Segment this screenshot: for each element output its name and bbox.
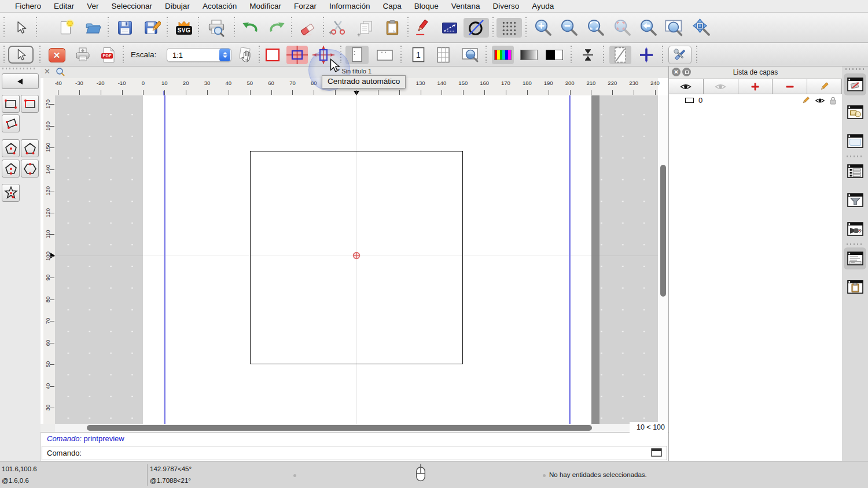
rectangle-size-tool[interactable] [21,95,39,113]
menu-fichero[interactable]: Fichero [9,0,47,13]
landscape-orientation-button[interactable] [373,46,396,64]
horizontal-scrollbar[interactable] [55,424,658,432]
zoom-auto-button[interactable] [584,18,608,38]
draft-circle-icon [467,19,486,37]
save-button[interactable] [113,18,137,38]
polygon-center-tangent-tool[interactable] [2,160,20,178]
add-layer-button[interactable] [738,79,773,94]
new-file-button[interactable] [54,18,78,38]
edit-layer-button[interactable] [807,79,842,94]
print-button[interactable] [72,46,93,64]
vertical-scrollbar[interactable] [658,95,668,424]
ruler-top-label: -10 [118,80,126,86]
hscroll-thumb[interactable] [87,425,592,431]
polygon-center-corner-tool[interactable] [2,139,20,157]
menu-información[interactable]: Información [323,0,377,13]
zoom-pan-button[interactable] [689,18,715,38]
full-color-button[interactable] [492,46,514,64]
toggle-selection-filter-button[interactable] [844,189,866,211]
pan-paper-button[interactable] [235,46,257,64]
menu-ver[interactable]: Ver [80,0,105,13]
menu-seleccionar[interactable]: Seleccionar [105,0,159,13]
export-pdf-button[interactable]: PDF [98,46,119,64]
toggle-library-browser-button[interactable] [844,130,866,152]
drawing-canvas[interactable] [55,95,658,424]
rotated-rectangle-tool[interactable] [2,114,20,132]
rectangle-2corners-tool[interactable] [2,95,20,113]
draft-preview-button[interactable] [609,46,631,64]
hide-all-layers-button[interactable] [703,79,738,94]
paper-borders-button[interactable] [262,46,283,64]
console-expand-icon[interactable] [651,448,662,457]
status-dot [543,474,546,477]
select-pointer-button[interactable] [9,18,32,38]
menu-bloque[interactable]: Bloque [408,0,445,13]
menu-editar[interactable]: Editar [47,0,80,13]
toggle-command-line-button[interactable] [844,247,866,269]
layer-lock-icon[interactable] [830,97,836,105]
paste-button[interactable] [381,18,404,38]
scale-select[interactable]: 1:1 [167,48,231,62]
redo-button[interactable] [264,18,290,38]
undo-button[interactable] [237,18,263,38]
svg-export-button[interactable]: SVG [172,18,196,38]
command-input[interactable]: Comando: [42,446,667,460]
black-white-button[interactable] [543,46,565,64]
menu-ayuda[interactable]: Ayuda [525,0,560,13]
zoom-to-page-button[interactable] [459,46,482,64]
portrait-orientation-button[interactable] [345,46,369,64]
menu-diverso[interactable]: Diverso [486,0,525,13]
zoom-previous-button[interactable] [637,18,661,38]
toggle-clipboard-button[interactable] [844,276,866,298]
open-file-button[interactable] [82,18,105,38]
show-points-button[interactable] [635,46,657,64]
zoom-window-button[interactable] [661,18,687,38]
close-print-preview-button[interactable]: ✕ [46,46,67,64]
layer-row[interactable]: 0 [669,94,842,106]
show-all-layers-button[interactable] [668,79,704,94]
auto-fit-drawing-button[interactable] [577,46,599,64]
auto-center-button[interactable] [312,46,334,64]
cut-button[interactable] [326,18,350,38]
toggle-layer-list-button[interactable] [844,73,866,95]
draft-mode-button[interactable] [464,18,489,38]
grayscale-button[interactable] [518,46,540,64]
polygon-2corners-tool[interactable] [21,139,39,157]
toggle-property-editor-button[interactable] [844,160,866,182]
star-tool[interactable] [2,184,20,202]
back-button[interactable] [2,73,39,89]
menu-acotación[interactable]: Acotación [196,0,243,13]
erase-button[interactable] [295,18,321,38]
toggle-block-list-button[interactable] [844,101,866,123]
layer-visible-icon[interactable] [815,97,825,104]
zoom-in-button[interactable] [531,18,556,38]
preview-pointer-button[interactable] [8,46,34,64]
save-as-button[interactable] [141,18,164,38]
polar-relative: @1.7088<21° [150,477,191,484]
fixed-position-button[interactable] [286,46,308,64]
menu-ventana[interactable]: Ventana [445,0,487,13]
menu-capa[interactable]: Capa [377,0,408,13]
zoom-selection-button[interactable] [610,18,635,38]
polygon-side-side-tool[interactable] [21,160,39,178]
palette-handle[interactable] [2,68,37,69]
copy-button[interactable] [353,18,378,38]
remove-layer-button[interactable] [772,79,807,94]
menu-dibujar[interactable]: Dibujar [159,0,196,13]
stepper-icon[interactable] [219,49,230,61]
menu-modificar[interactable]: Modificar [243,0,288,13]
toggle-relative-zero-button[interactable] [844,218,866,240]
distance-measure-button[interactable] [437,18,462,38]
edit-pen-button[interactable] [411,18,435,38]
dock-handle[interactable] [845,68,865,70]
vscroll-thumb[interactable] [660,165,666,297]
tab-title[interactable]: * Sin título 1 [41,68,668,75]
grid-toggle-button[interactable] [496,18,522,38]
zoom-out-button[interactable] [557,18,582,38]
single-page-button[interactable]: 1 [407,46,429,64]
print-preview-button[interactable] [204,18,229,38]
preferences-button[interactable] [668,46,692,64]
multi-page-button[interactable] [432,46,454,64]
layer-edit-pencil-icon[interactable] [801,96,810,105]
menu-forzar[interactable]: Forzar [288,0,323,13]
